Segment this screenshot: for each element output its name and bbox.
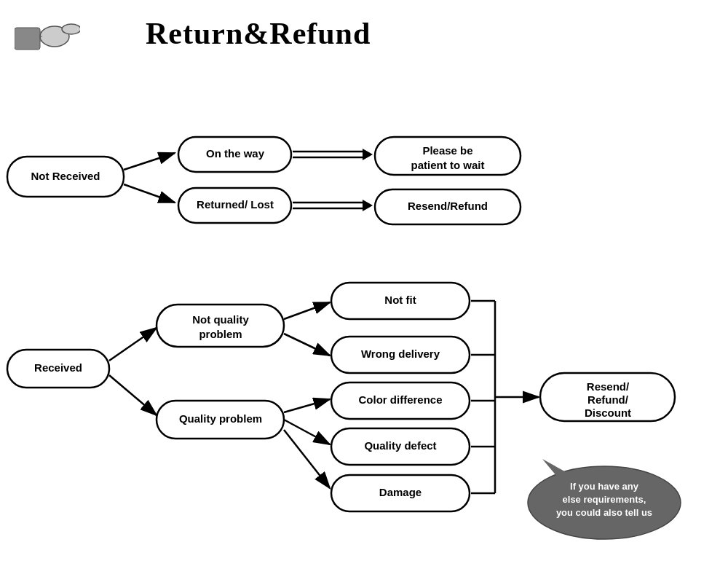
svg-line-27 — [284, 302, 330, 319]
wrong-delivery-label: Wrong delivery — [361, 348, 440, 360]
svg-line-10 — [124, 153, 175, 170]
on-the-way-label: On the way — [206, 147, 265, 160]
diagram: Not Received On the way Returned/ Lost P… — [0, 73, 728, 568]
svg-line-11 — [124, 184, 175, 203]
speech-bubble-line3: you could also tell us — [556, 507, 652, 518]
svg-line-30 — [284, 420, 330, 444]
speech-bubble-line2: else requirements, — [563, 494, 646, 505]
page-title: Return&Refund — [146, 16, 371, 51]
header: Return&Refund — [0, 0, 728, 60]
received-label: Received — [34, 361, 82, 374]
svg-line-31 — [284, 430, 330, 488]
resend-refund-top-label: Resend/Refund — [408, 200, 488, 212]
please-wait-label2: patient to wait — [411, 159, 485, 171]
resend-refund-discount-label2: Refund/ — [587, 393, 629, 406]
not-received-label: Not Received — [31, 170, 100, 182]
please-wait-label: Please be — [422, 144, 472, 157]
svg-point-2 — [62, 24, 80, 34]
not-quality-label: Not quality — [192, 313, 249, 326]
svg-line-28 — [284, 334, 330, 356]
hand-icon — [15, 13, 80, 53]
svg-rect-0 — [15, 28, 40, 50]
svg-rect-25 — [157, 305, 284, 347]
damage-label: Damage — [379, 486, 422, 498]
svg-line-24 — [109, 375, 157, 415]
speech-bubble-line1: If you have any — [570, 481, 639, 492]
svg-marker-19 — [363, 200, 373, 211]
not-quality-label2: problem — [199, 328, 242, 340]
resend-refund-discount-label3: Discount — [585, 407, 631, 419]
svg-line-23 — [109, 328, 157, 361]
not-fit-label: Not fit — [384, 294, 416, 306]
svg-line-29 — [284, 399, 330, 412]
returned-lost-label: Returned/ Lost — [197, 198, 274, 211]
page-container: Return&Refund Not Received On the way — [0, 0, 728, 577]
color-difference-label: Color difference — [358, 393, 442, 406]
svg-marker-16 — [363, 149, 373, 160]
quality-problem-label: Quality problem — [179, 412, 262, 425]
resend-refund-discount-label: Resend/ — [587, 380, 630, 393]
quality-defect-label: Quality defect — [364, 439, 436, 452]
